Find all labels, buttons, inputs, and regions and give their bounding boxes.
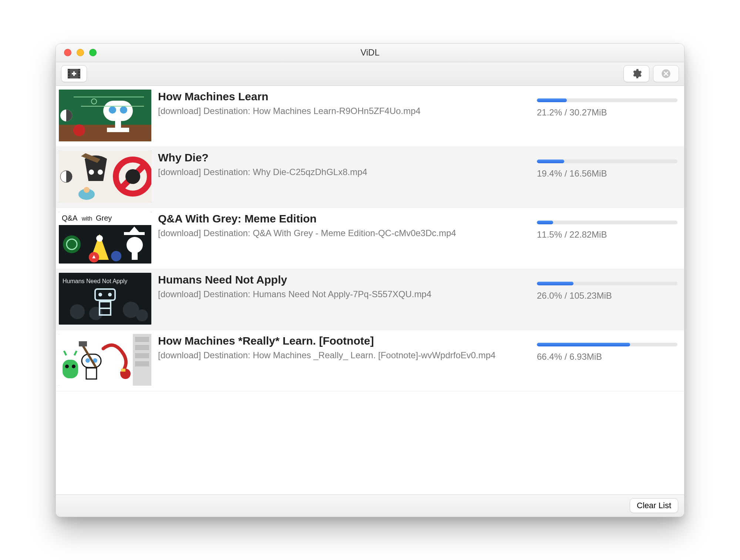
- thumbnail: [59, 90, 151, 141]
- download-progress-area: 26.0% / 105.23MiB: [537, 273, 677, 301]
- svg-point-41: [96, 235, 103, 242]
- progress-text: 11.5% / 22.82MiB: [537, 229, 677, 240]
- app-window: ViDL: [56, 43, 684, 517]
- svg-point-57: [108, 293, 112, 296]
- minimize-window-button[interactable]: [77, 49, 84, 56]
- download-info: How Machines Learn [download] Destinatio…: [158, 90, 530, 117]
- svg-point-26: [89, 170, 94, 175]
- svg-point-18: [120, 106, 127, 114]
- svg-rect-19: [115, 121, 121, 128]
- download-title: How Machines Learn: [158, 90, 530, 103]
- window-title: ViDL: [56, 47, 684, 58]
- progress-text: 19.4% / 16.56MiB: [537, 168, 677, 179]
- svg-rect-13: [59, 125, 151, 141]
- settings-button[interactable]: [623, 65, 649, 82]
- thumbnail: [59, 334, 151, 386]
- toolbar: [56, 62, 684, 86]
- footer: Clear List: [56, 494, 684, 517]
- progress-fill: [537, 282, 574, 285]
- cancel-icon: [661, 68, 671, 79]
- svg-rect-76: [121, 369, 125, 372]
- svg-point-15: [73, 124, 85, 136]
- download-row[interactable]: Q&A with Grey Q&A With Grey: Meme Editi: [56, 208, 684, 269]
- svg-rect-10: [72, 73, 76, 74]
- progress-bar: [537, 98, 677, 102]
- svg-rect-46: [132, 250, 138, 260]
- svg-text:with: with: [81, 215, 92, 222]
- svg-rect-78: [79, 341, 87, 346]
- progress-bar: [537, 343, 677, 346]
- svg-point-4: [68, 73, 69, 74]
- download-progress-area: 21.2% / 30.27MiB: [537, 90, 677, 118]
- progress-text: 66.4% / 6.93MiB: [537, 352, 677, 362]
- svg-point-6: [78, 70, 80, 71]
- svg-text:Grey: Grey: [96, 214, 112, 222]
- download-status: [download] Destination: How Machines Lea…: [158, 105, 530, 117]
- progress-fill: [537, 343, 630, 346]
- svg-point-72: [85, 358, 90, 363]
- svg-point-44: [111, 251, 121, 261]
- download-row[interactable]: How Machines *Really* Learn. [Footnote] …: [56, 330, 684, 391]
- download-status: [download] Destination: Humans Need Not …: [158, 288, 530, 300]
- zoom-window-button[interactable]: [89, 49, 97, 56]
- film-plus-icon: [67, 68, 81, 79]
- progress-fill: [537, 160, 564, 163]
- progress-fill: [537, 221, 553, 224]
- download-row[interactable]: Why Die? [download] Destination: Why Die…: [56, 147, 684, 208]
- download-title: How Machines *Really* Learn. [Footnote]: [158, 335, 530, 347]
- svg-point-27: [98, 170, 103, 175]
- svg-rect-74: [86, 368, 97, 379]
- gear-icon: [631, 68, 642, 79]
- progress-text: 21.2% / 30.27MiB: [537, 107, 677, 118]
- progress-text: 26.0% / 105.23MiB: [537, 291, 677, 301]
- svg-rect-16: [103, 101, 133, 121]
- svg-point-5: [68, 76, 69, 77]
- download-list: How Machines Learn [download] Destinatio…: [56, 86, 684, 494]
- svg-text:Q&A: Q&A: [62, 214, 78, 222]
- svg-point-7: [78, 73, 80, 74]
- svg-rect-64: [135, 353, 149, 358]
- svg-rect-66: [63, 360, 78, 378]
- download-info: Why Die? [download] Destination: Why Die…: [158, 151, 530, 178]
- download-progress-area: 66.4% / 6.93MiB: [537, 334, 677, 362]
- download-info: Humans Need Not Apply [download] Destina…: [158, 273, 530, 300]
- thumbnail: [59, 151, 151, 202]
- svg-point-38: [63, 235, 81, 253]
- download-row[interactable]: How Machines Learn [download] Destinatio…: [56, 86, 684, 147]
- svg-point-67: [65, 365, 69, 368]
- download-title: Why Die?: [158, 151, 530, 164]
- download-status: [download] Destination: How Machines _Re…: [158, 349, 530, 361]
- close-window-button[interactable]: [64, 49, 71, 56]
- progress-bar: [537, 160, 677, 163]
- svg-point-3: [68, 70, 69, 71]
- download-progress-area: 19.4% / 16.56MiB: [537, 151, 677, 179]
- download-progress-area: 11.5% / 22.82MiB: [537, 212, 677, 240]
- svg-point-68: [72, 365, 75, 368]
- svg-point-50: [70, 304, 85, 319]
- download-title: Q&A With Grey: Meme Edition: [158, 212, 530, 225]
- svg-rect-63: [135, 345, 149, 350]
- clear-list-button[interactable]: Clear List: [630, 498, 678, 513]
- svg-rect-65: [135, 361, 149, 366]
- download-info: How Machines *Really* Learn. [Footnote] …: [158, 334, 530, 361]
- download-info: Q&A With Grey: Meme Edition [download] D…: [158, 212, 530, 239]
- thumbnail: Q&A with Grey: [59, 212, 151, 264]
- download-status: [download] Destination: Q&A With Grey - …: [158, 227, 530, 239]
- download-row[interactable]: Humans Need Not Apply Humans Need Not Ap…: [56, 269, 684, 330]
- thumbnail: Humans Need Not Apply: [59, 273, 151, 325]
- svg-rect-20: [107, 128, 129, 132]
- add-video-button[interactable]: [61, 65, 87, 82]
- svg-point-56: [98, 293, 102, 296]
- svg-text:Humans Need Not Apply: Humans Need Not Apply: [63, 278, 127, 284]
- progress-fill: [537, 98, 567, 102]
- svg-point-8: [78, 76, 80, 77]
- window-controls: [56, 49, 97, 56]
- titlebar: ViDL: [56, 44, 684, 62]
- svg-rect-62: [135, 337, 149, 342]
- download-status: [download] Destination: Why Die-C25qzDhG…: [158, 166, 530, 178]
- progress-bar: [537, 282, 677, 285]
- svg-point-17: [109, 106, 116, 114]
- svg-point-53: [136, 309, 148, 321]
- cancel-all-button[interactable]: [653, 65, 679, 82]
- download-title: Humans Need Not Apply: [158, 274, 530, 286]
